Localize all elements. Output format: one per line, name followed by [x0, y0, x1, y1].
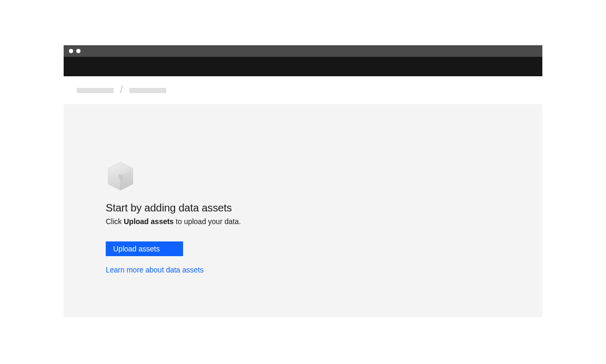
upload-assets-button[interactable]: Upload assets — [106, 241, 183, 256]
breadcrumb-separator: / — [120, 84, 123, 95]
window-control-minimize[interactable] — [76, 49, 80, 53]
breadcrumb-item-placeholder — [77, 88, 114, 93]
empty-state-title: Start by adding data assets — [106, 202, 542, 214]
app-header — [64, 57, 542, 76]
breadcrumb-item-placeholder — [129, 88, 166, 93]
window-control-close[interactable] — [69, 49, 73, 53]
learn-more-link[interactable]: Learn more about data assets — [106, 266, 542, 274]
subtitle-prefix: Click — [106, 217, 124, 226]
app-window: / — [64, 45, 542, 317]
package-icon — [106, 161, 135, 194]
breadcrumb-bar: / — [64, 76, 542, 104]
empty-state-subtitle: Click Upload assets to upload your data. — [106, 217, 542, 226]
window-titlebar — [64, 45, 542, 57]
empty-state: Start by adding data assets Click Upload… — [106, 161, 542, 274]
subtitle-suffix: to upload your data. — [174, 217, 241, 226]
subtitle-bold: Upload assets — [124, 217, 174, 226]
main-content: Start by adding data assets Click Upload… — [64, 104, 542, 317]
